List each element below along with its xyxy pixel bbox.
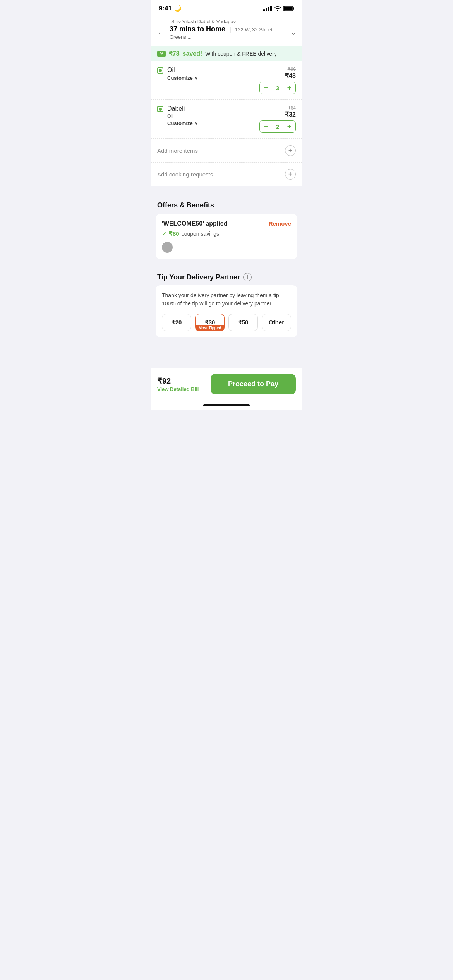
offers-section: Offers & Benefits 'WELCOME50' applied ✓ … [151,195,302,259]
coupon-card: 'WELCOME50' applied ✓ ₹80 coupon savings… [156,214,297,259]
savings-amount: ₹78 [169,50,180,57]
add-cooking-requests-label: Add cooking requests [157,171,213,178]
tip-card: Thank your delivery partner by leaving t… [156,285,297,337]
total-section: ₹92 View Detailed Bill [157,376,211,392]
svg-rect-2 [284,7,292,10]
coupon-applied-text: 'WELCOME50' applied [162,220,227,227]
delivery-info: 37 mins to Home | 122 W, 32 Street Green… [170,25,286,40]
original-price: ₹64 [285,105,296,111]
add-cooking-requests-row[interactable]: Add cooking requests + [151,162,302,186]
cart-item: Dabeli Oil Customize ∨ ₹64 ₹32 − 2 + [151,100,302,139]
current-price: ₹48 [285,72,296,79]
home-bar [203,404,250,406]
status-bar: 9:41 🌙 [151,0,302,15]
savings-banner: % ₹78 saved! With coupon & FREE delivery [151,46,302,61]
savings-desc: With coupon & FREE delivery [205,51,276,57]
tip-section: Tip Your Delivery Partner i Thank your d… [151,265,302,368]
tip-option-other[interactable]: Other [262,314,291,331]
current-price: ₹32 [285,111,296,118]
view-detailed-bill-link[interactable]: View Detailed Bill [157,386,211,392]
percent-icon: % [160,51,163,56]
tip-amount-other: Other [264,319,289,326]
customize-chevron-icon: ∨ [194,75,198,81]
item-name: Oil [167,67,259,74]
add-more-items-row[interactable]: Add more items + [151,139,302,162]
quantity-count: 2 [272,123,283,130]
item-name: Dabeli [167,105,259,112]
moon-icon: 🌙 [174,5,182,12]
wifi-icon [274,6,281,11]
add-cooking-requests-icon[interactable]: + [285,169,296,180]
coupon-savings-desc: coupon savings [182,231,219,237]
decrease-button[interactable]: − [260,121,272,132]
battery-icon [283,6,294,11]
remove-coupon-button[interactable]: Remove [269,220,291,227]
tip-option-50[interactable]: ₹50 [228,314,258,331]
info-label: i [247,274,248,280]
tip-amount-20: ₹20 [164,319,189,326]
back-button[interactable]: ← [157,28,165,37]
separator: | [230,26,231,33]
saved-label: saved! [183,50,202,57]
signal-bars-icon [263,6,272,11]
status-icons [263,6,294,11]
status-time: 9:41 [159,5,172,12]
total-amount: ₹92 [157,376,211,385]
info-icon[interactable]: i [243,273,252,281]
svg-rect-1 [293,7,294,10]
tip-option-20[interactable]: ₹20 [162,314,191,331]
customize-chevron-icon: ∨ [194,121,198,126]
veg-icon [157,106,163,112]
check-icon: ✓ [162,231,166,237]
header: Shiv Vilash Dabeli& Vadapav ← 37 mins to… [151,15,302,46]
tip-option-30[interactable]: ₹30 Most Tipped [195,314,225,331]
offers-title: Offers & Benefits [151,195,302,214]
quantity-count: 3 [272,85,283,91]
chevron-down-icon[interactable]: ⌄ [291,29,296,36]
savings-badge: % [157,51,166,57]
toggle-dot [162,242,173,253]
quantity-control[interactable]: − 2 + [259,120,296,133]
customize-label: Customize [167,75,193,81]
add-more-items-label: Add more items [157,147,198,154]
original-price: ₹96 [285,67,296,72]
customize-label: Customize [167,120,193,126]
home-indicator [151,402,302,410]
customize-row[interactable]: Customize ∨ [167,75,259,81]
add-more-items-icon[interactable]: + [285,145,296,156]
bottom-bar: ₹92 View Detailed Bill Proceed to Pay [151,368,302,402]
delivery-time: 37 mins to Home [170,25,225,33]
decrease-button[interactable]: − [260,82,272,94]
tip-title: Tip Your Delivery Partner [157,273,240,281]
cart-section: Oil Customize ∨ ₹96 ₹48 − 3 + [151,61,302,186]
item-desc: Oil [167,113,259,119]
cart-item: Oil Customize ∨ ₹96 ₹48 − 3 + [151,61,302,100]
increase-button[interactable]: + [283,82,295,94]
tip-amount-50: ₹50 [230,319,256,326]
veg-icon [157,67,163,74]
tip-description: Thank your delivery partner by leaving t… [162,291,291,308]
proceed-to-pay-button[interactable]: Proceed to Pay [211,374,296,394]
coupon-savings-amount: ₹80 [169,230,179,237]
restaurant-name: Shiv Vilash Dabeli& Vadapav [171,19,296,24]
customize-row[interactable]: Customize ∨ [167,120,259,126]
quantity-control[interactable]: − 3 + [259,82,296,94]
tip-options: ₹20 ₹30 Most Tipped ₹50 Other [162,314,291,331]
most-tipped-badge: Most Tipped [196,325,225,331]
increase-button[interactable]: + [283,121,295,132]
